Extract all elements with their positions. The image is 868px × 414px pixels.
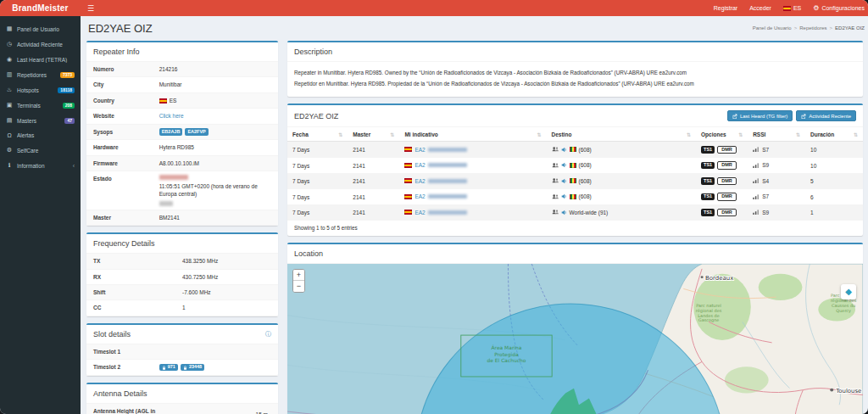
- gear-icon: ⚙: [6, 147, 13, 154]
- register-link[interactable]: Registrar: [714, 5, 737, 11]
- terminal-icon: ▣: [6, 102, 13, 109]
- callsign-link[interactable]: EA2: [415, 210, 425, 215]
- language-selector[interactable]: ES: [783, 5, 801, 11]
- breadcrumb-item[interactable]: Panel de Usuario: [753, 25, 792, 31]
- sidebar-item[interactable]: ♨ Hotspots 18118: [0, 82, 81, 98]
- callsign-link[interactable]: EA2: [415, 178, 425, 184]
- svg-text:Protegida: Protegida: [494, 351, 519, 357]
- sort-icon[interactable]: ⇅: [854, 131, 858, 137]
- zoom-out-button[interactable]: −: [293, 281, 304, 292]
- sidebar-item[interactable]: ▦ Panel de Usuario: [0, 21, 81, 36]
- sidebar-item-label: SelfCare: [17, 148, 75, 154]
- brand-logo[interactable]: BrandMeister: [0, 3, 81, 13]
- talkgroup-badge[interactable]: 971: [159, 364, 178, 372]
- sidebar-item[interactable]: ⚙ SelfCare: [0, 143, 81, 158]
- breadcrumb-item[interactable]: Repetidores: [799, 25, 826, 31]
- detail-row: Timeslot 1: [86, 344, 278, 360]
- info-circle-icon[interactable]: ⓘ: [265, 330, 271, 338]
- column-header-destino[interactable]: Destino⇅: [547, 127, 697, 142]
- sidebar-item[interactable]: ◉ Last Heard (TETRA): [0, 52, 81, 67]
- destination-label: (608): [579, 147, 592, 153]
- antenna-details-panel: Antenna Details Antenna Height (AGL in m…: [86, 383, 278, 414]
- website-link[interactable]: Click here: [159, 112, 184, 120]
- sidebar-item-label: Panel de Usuario: [17, 26, 75, 32]
- cell-opciones: TS1 DMR: [696, 189, 748, 205]
- recent-activity-button[interactable]: Actividad Reciente: [796, 110, 856, 121]
- table-row: 7 Days 2141 EA2 (608) TS1 DMR: [287, 158, 863, 174]
- right-column: Description Repeater in Munitibar. Hyter…: [287, 41, 863, 414]
- redacted-text: [159, 201, 173, 206]
- sort-icon[interactable]: ⇅: [338, 131, 342, 137]
- map-canvas[interactable]: Área Marina Protegida de El Cachucho Par…: [287, 264, 863, 414]
- sysop-badge[interactable]: EA2FVP: [185, 128, 208, 136]
- sidebar-item-label: Repetidores: [17, 72, 56, 78]
- hamburger-icon[interactable]: ☰: [81, 4, 101, 13]
- external-link-icon: [732, 114, 737, 119]
- table-row: 7 Days 2141 EA2 (608) TS1 DMR: [287, 142, 863, 158]
- settings-link[interactable]: ⚙Configuraciones: [813, 4, 865, 12]
- sidebar-item[interactable]: ◷ Actividad Reciente: [0, 36, 81, 52]
- column-header-mi-indicativo[interactable]: Mi indicativo⇅: [399, 127, 546, 142]
- column-header-opciones[interactable]: Opciones⇅: [696, 127, 748, 142]
- cell-destino: (608): [547, 173, 697, 189]
- sort-icon[interactable]: ⇅: [390, 131, 394, 137]
- cell-duracion: 5: [805, 173, 863, 189]
- callsign-link[interactable]: EA2: [415, 193, 425, 199]
- svg-text:Área Marina: Área Marina: [492, 344, 522, 350]
- speaker-icon: [561, 193, 567, 199]
- antenna-details-title: Antenna Details: [93, 389, 147, 398]
- login-label: Acceder: [749, 5, 771, 11]
- cell-rssi: S4: [748, 173, 805, 189]
- talkgroup-badge[interactable]: 23448: [181, 364, 204, 372]
- cell-master: 2141: [348, 158, 399, 174]
- sidebar-item[interactable]: ℹ Information ‹: [0, 158, 81, 173]
- cell-duracion: 1: [805, 204, 863, 221]
- cell-destino: (608): [547, 189, 697, 205]
- column-header-fecha[interactable]: Fecha⇅: [287, 127, 348, 142]
- rssi-value: S7: [762, 193, 769, 199]
- column-header-rssi[interactable]: RSSI⇅: [748, 127, 805, 142]
- column-header-duraci-n[interactable]: Duración⇅: [805, 127, 863, 142]
- table-row: 7 Days 2141 EA2 (608) TS1 DMR: [287, 173, 863, 189]
- map-layers-control[interactable]: ◆: [841, 284, 856, 299]
- detail-row: RX 430.7250 MHz: [86, 270, 278, 285]
- sidebar-item[interactable]: ▥ Repetidores 7373: [0, 67, 81, 82]
- callsign-link[interactable]: EA2: [415, 162, 425, 168]
- signal-bars-icon: [753, 210, 760, 215]
- cell-duracion: 10: [805, 142, 863, 158]
- sort-icon[interactable]: ⇅: [796, 131, 800, 137]
- sidebar-item[interactable]: ▣ Terminals 208: [0, 98, 81, 113]
- talkgroup-number: 971: [168, 365, 175, 370]
- detail-label: Sysops: [93, 128, 159, 136]
- sidebar-item[interactable]: ▤ Masters 47: [0, 113, 81, 128]
- rssi-value: S9: [762, 210, 769, 215]
- redacted-callsign: [428, 210, 467, 215]
- zoom-in-button[interactable]: +: [293, 270, 304, 281]
- sort-icon[interactable]: ⇅: [687, 131, 691, 137]
- table-entries-info: Showing 1 to 5 of 5 entries: [287, 221, 863, 236]
- sysop-badge[interactable]: EB2AJB: [159, 128, 183, 136]
- login-link[interactable]: Acceder: [749, 5, 771, 11]
- sort-icon[interactable]: ⇅: [738, 131, 743, 137]
- detail-value: -7.600 MHz: [182, 288, 271, 296]
- table-row: 7 Days 2141 EA2 World-wide (91) TS1 DMR: [287, 204, 863, 221]
- detail-row: Timeslot 2 97123448: [86, 360, 278, 375]
- sidebar-item[interactable]: Ω Alertas: [0, 128, 81, 143]
- sidebar-item-badge: 47: [64, 118, 75, 124]
- sidebar-item-badge: 7373: [60, 72, 75, 78]
- detail-label: Antenna Height (AGL in m): [93, 407, 159, 414]
- group-icon: [552, 178, 559, 183]
- cell-indicativo: EA2: [399, 189, 546, 205]
- signal-bars-icon: [753, 178, 760, 183]
- column-header-master[interactable]: Master⇅: [348, 127, 399, 142]
- detail-value: Hytera RD985: [159, 143, 271, 151]
- detail-value: EB2AJBEA2FVP: [159, 128, 271, 136]
- detail-row: Master BM2141: [86, 210, 278, 226]
- destination-flag-icon: [570, 178, 576, 183]
- detail-label: Master: [93, 214, 159, 221]
- lastheard-tg-filter-button[interactable]: Last Heard (TG filter): [727, 110, 793, 121]
- sort-icon[interactable]: ⇅: [537, 131, 542, 137]
- callsign-link[interactable]: EA2: [415, 147, 425, 153]
- detail-label: Firmware: [93, 159, 159, 167]
- left-column: Repeater Info Número 214216 City Munitib…: [86, 41, 278, 414]
